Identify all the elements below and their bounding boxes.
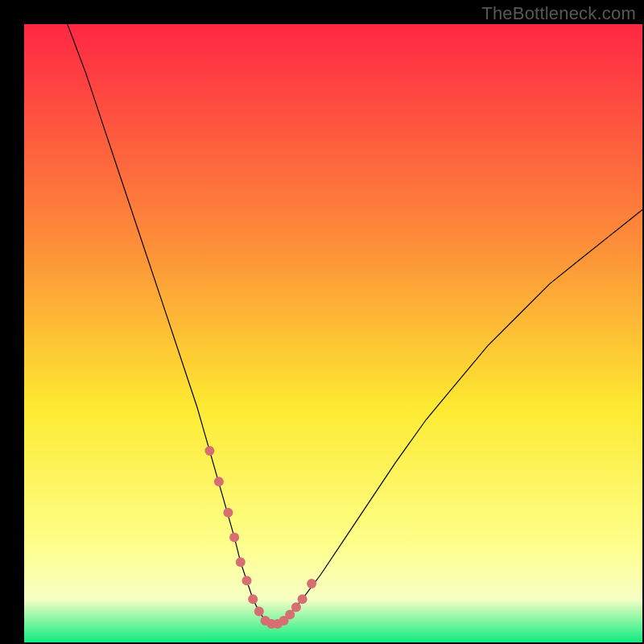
highlight-dot (204, 446, 214, 456)
highlight-dot (298, 594, 308, 604)
gradient-background (24, 24, 642, 642)
highlight-dot (248, 594, 258, 604)
highlight-dot (236, 557, 246, 567)
bottleneck-chart-svg (24, 24, 642, 642)
highlight-dot (254, 607, 264, 617)
watermark-text: TheBottleneck.com (481, 3, 636, 24)
plot-area (24, 24, 642, 642)
highlight-dot (214, 477, 224, 486)
highlight-dot (291, 602, 301, 612)
chart-frame: TheBottleneck.com (0, 0, 644, 644)
highlight-dot (229, 532, 239, 542)
highlight-dot (223, 508, 233, 518)
highlight-dot (285, 609, 295, 619)
highlight-dot (307, 579, 316, 588)
highlight-dot (242, 576, 252, 585)
